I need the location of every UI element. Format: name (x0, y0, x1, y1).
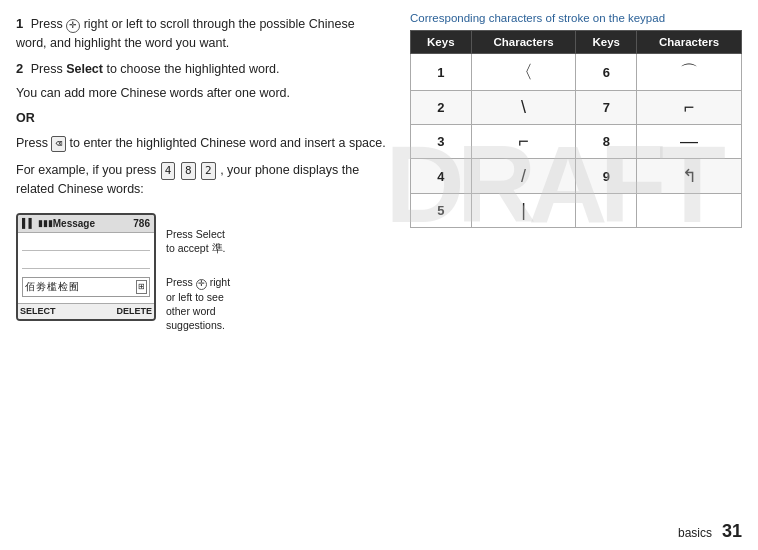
phone-delete-label: DELETE (116, 305, 152, 319)
char-cell-3-2: ↰ (637, 159, 742, 194)
step2-paragraph: 2 Press Select to choose the highlighted… (16, 59, 386, 79)
nav-icon-small: ✛ (196, 279, 207, 290)
phone-chinese-chars: 佰劵槛检囿 (25, 279, 80, 294)
table-row: 3 ⌐ 8 — (411, 125, 742, 159)
phone-diagram: ▌▌ ▮▮▮ Message 786 佰劵槛检囿 ⊞ (16, 213, 386, 333)
diagram-label-nav: Press ✛ right or left to see other word … (166, 275, 230, 332)
col-keys1: Keys (411, 31, 472, 54)
phone-input-area: 佰劵槛检囿 ⊞ (22, 277, 150, 297)
key-cell-4-1: 5 (411, 194, 472, 228)
key-cell-0-2: 6 (576, 54, 637, 91)
phone-signal-area: ▌▌ ▮▮▮ (22, 217, 53, 231)
diagram-labels: Press Select to accept 準. Press ✛ right … (166, 213, 230, 333)
phone-message-number: 786 (133, 216, 150, 231)
table-header-row: Keys Characters Keys Characters (411, 31, 742, 54)
key-cell-4-2 (576, 194, 637, 228)
phone-bottom-bar: SELECT DELETE (18, 303, 154, 320)
step1-press: Press (31, 17, 66, 31)
key-cell-3-2: 9 (576, 159, 637, 194)
left-column: 1 Press ✛ right or left to scroll throug… (16, 10, 386, 520)
signal-bars: ▌▌ (22, 217, 35, 231)
key-cell-2-2: 8 (576, 125, 637, 159)
step2-sub1: You can add more Chinese words after one… (16, 84, 386, 103)
key-cell-3-1: 4 (411, 159, 472, 194)
nav-icon: ✛ (66, 19, 80, 33)
key-cell-1-2: 7 (576, 91, 637, 125)
step2-number: 2 (16, 61, 23, 76)
label2-line3: or left to see (166, 290, 230, 304)
example-paragraph: For example, if you press 4 8 2 , your p… (16, 161, 386, 199)
step1-paragraph: 1 Press ✛ right or left to scroll throug… (16, 14, 386, 53)
phone-line1 (22, 237, 150, 251)
footer-page-number: 31 (722, 521, 742, 542)
right-column: Corresponding characters of stroke on th… (410, 10, 742, 520)
label2-line5: suggestions. (166, 318, 230, 332)
char-cell-4-1: | (471, 194, 576, 228)
table-row: 1 〈 6 ⌒ (411, 54, 742, 91)
table-row: 2 \ 7 ⌐ (411, 91, 742, 125)
phone-line2 (22, 255, 150, 269)
example-text: For example, if you press (16, 163, 160, 177)
step2-sub2: Press ⌫ to enter the highlighted Chinese… (16, 134, 386, 153)
phone-screen: ▌▌ ▮▮▮ Message 786 佰劵槛检囿 ⊞ (16, 213, 156, 322)
or-label: OR (16, 109, 386, 128)
step2-text: to choose the highlighted word. (103, 62, 280, 76)
phone-body: 佰劵槛检囿 ⊞ (18, 233, 154, 303)
char-cell-0-1: 〈 (471, 54, 576, 91)
example-key-2: 2 (201, 162, 216, 181)
char-cell-0-2: ⌒ (637, 54, 742, 91)
label2-line4: other word (166, 304, 230, 318)
key-cell-2-1: 3 (411, 125, 472, 159)
char-cell-4-2 (637, 194, 742, 228)
table-row: 4 / 9 ↰ (411, 159, 742, 194)
phone-title: Message (53, 216, 95, 231)
char-cell-3-1: / (471, 159, 576, 194)
col-keys2: Keys (576, 31, 637, 54)
step2-rest: to enter the highlighted Chinese word an… (70, 136, 386, 150)
key-cell-0-1: 1 (411, 54, 472, 91)
phone-select-label: SELECT (20, 305, 56, 319)
stroke-table: Keys Characters Keys Characters 1 〈 6 ⌒ … (410, 30, 742, 228)
label1-line1: Press Select (166, 227, 230, 241)
page-container: 1 Press ✛ right or left to scroll throug… (0, 0, 758, 550)
page-footer: basics 31 (678, 521, 742, 542)
diagram-label-select: Press Select to accept 準. (166, 227, 230, 255)
col-chars2: Characters (637, 31, 742, 54)
table-title: Corresponding characters of stroke on th… (410, 12, 742, 24)
select-label: Select (66, 62, 103, 76)
col-chars1: Characters (471, 31, 576, 54)
char-cell-1-2: ⌐ (637, 91, 742, 125)
step2-press2: Press (16, 136, 51, 150)
label2-line1: Press ✛ right (166, 275, 230, 290)
example-key-8: 8 (181, 162, 196, 181)
step2-press: Press (31, 62, 66, 76)
char-cell-2-1: ⌐ (471, 125, 576, 159)
battery-icon-small: ▮▮▮ (38, 217, 53, 231)
label1-line2: to accept 準. (166, 241, 230, 255)
char-cell-2-2: — (637, 125, 742, 159)
backspace-btn: ⌫ (51, 136, 66, 152)
phone-titlebar: ▌▌ ▮▮▮ Message 786 (18, 215, 154, 233)
char-cell-1-1: \ (471, 91, 576, 125)
table-row: 5 | (411, 194, 742, 228)
footer-basics: basics (678, 526, 712, 540)
phone-input-icon: ⊞ (136, 280, 147, 294)
example-key-4: 4 (161, 162, 176, 181)
step1-number: 1 (16, 16, 23, 31)
key-cell-1-1: 2 (411, 91, 472, 125)
